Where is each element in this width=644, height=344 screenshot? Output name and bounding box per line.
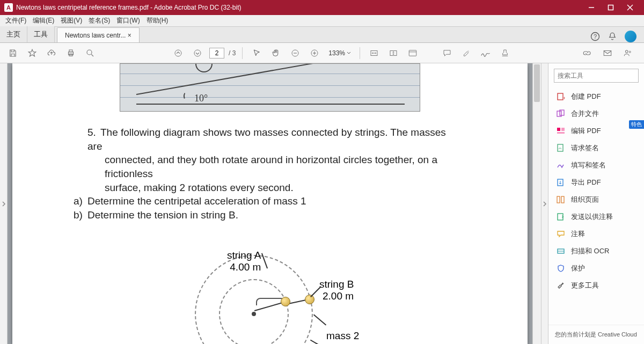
tools-panel: 特色 +创建 PDF 合并文件 编辑 PDF 请求签名 填写和签名 导出 PDF… xyxy=(548,63,644,344)
organize-icon xyxy=(556,195,566,204)
export-pdf-icon xyxy=(556,178,566,187)
angle-label: 10° xyxy=(194,93,208,104)
zoom-out-icon[interactable] xyxy=(288,46,303,61)
cloud-upload-icon[interactable] xyxy=(44,46,59,61)
minimize-button[interactable] xyxy=(582,0,601,15)
svg-text:+: + xyxy=(563,96,565,101)
menu-bar: 文件(F) 编辑(E) 视图(V) 签名(S) 窗口(W) 帮助(H) xyxy=(0,15,644,27)
select-tool-icon[interactable] xyxy=(249,46,264,61)
maximize-button[interactable] xyxy=(601,0,620,15)
find-icon[interactable] xyxy=(83,46,98,61)
save-icon[interactable] xyxy=(5,46,20,61)
plan-footer: 您的当前计划是 Creative Cloud xyxy=(548,325,644,344)
svg-point-23 xyxy=(626,50,628,53)
svg-rect-29 xyxy=(557,128,560,131)
combine-icon xyxy=(556,109,566,119)
search-tools-input[interactable] xyxy=(554,69,639,83)
page-number-input[interactable] xyxy=(209,48,224,58)
document-tab[interactable]: Newtons laws centr... × xyxy=(57,27,140,42)
page-up-icon[interactable] xyxy=(171,46,186,61)
svg-point-12 xyxy=(194,50,201,56)
menu-file[interactable]: 文件(F) xyxy=(2,16,30,25)
stamp-icon[interactable] xyxy=(497,46,513,61)
svg-rect-30 xyxy=(561,128,565,131)
acrobat-app-icon: A xyxy=(4,3,13,12)
svg-line-10 xyxy=(91,54,93,56)
fill-sign-icon xyxy=(556,160,566,170)
fit-width-icon[interactable] xyxy=(367,46,382,61)
svg-rect-22 xyxy=(604,50,611,55)
circular-motion-diagram: string A 4.00 m string B 2.00 m mass 2 m… xyxy=(179,228,372,344)
window-title: Newtons laws centripetal reference frame… xyxy=(16,4,582,11)
nav-home[interactable]: 主页 xyxy=(0,26,27,42)
tool-comment[interactable]: 注释 xyxy=(548,225,644,243)
svg-rect-25 xyxy=(558,93,563,100)
svg-point-11 xyxy=(175,50,181,56)
star-icon[interactable] xyxy=(25,46,40,61)
svg-rect-36 xyxy=(558,214,563,220)
page-down-icon[interactable] xyxy=(190,46,205,61)
tool-organize[interactable]: 组织页面 xyxy=(548,191,644,208)
label-string-a: string A 4.00 m xyxy=(227,250,261,273)
page-total: / 3 xyxy=(229,49,236,57)
tool-export-pdf[interactable]: 导出 PDF xyxy=(548,174,644,191)
sign-pen-icon[interactable] xyxy=(478,46,493,61)
tool-send-comment[interactable]: 发送以供注释 xyxy=(548,208,644,225)
svg-rect-1 xyxy=(609,5,613,10)
svg-rect-20 xyxy=(409,50,416,56)
print-icon[interactable] xyxy=(63,46,78,61)
tool-fill-sign[interactable]: 填写和签名 xyxy=(548,157,644,174)
main-area: 10° 5.The following diagram shows two ma… xyxy=(0,63,644,344)
edit-pdf-icon xyxy=(556,126,566,136)
tool-protect[interactable]: 保护 xyxy=(548,260,644,277)
fit-page-icon[interactable] xyxy=(386,46,401,61)
tool-request-sign[interactable]: 请求签名 xyxy=(548,140,644,157)
q5-number: 5. xyxy=(87,126,100,140)
user-avatar[interactable] xyxy=(625,31,636,42)
menu-window[interactable]: 窗口(W) xyxy=(113,16,143,25)
svg-point-24 xyxy=(629,51,631,53)
title-bar: A Newtons laws centripetal reference fra… xyxy=(0,0,644,15)
menu-sign[interactable]: 签名(S) xyxy=(85,16,113,25)
vertical-scrollbar[interactable] xyxy=(532,63,541,344)
read-mode-icon[interactable] xyxy=(405,46,420,61)
nav-tools[interactable]: 工具 xyxy=(27,26,55,42)
tool-more[interactable]: 更多工具 xyxy=(548,277,644,294)
menu-view[interactable]: 视图(V) xyxy=(57,16,85,25)
people-icon[interactable] xyxy=(620,46,635,61)
tabs-bar: 主页 工具 Newtons laws centr... × ? xyxy=(0,27,644,43)
label-mass-2: mass 2 xyxy=(326,330,359,342)
create-pdf-icon: + xyxy=(556,92,566,101)
document-pane[interactable]: 10° 5.The following diagram shows two ma… xyxy=(8,63,532,344)
menu-edit[interactable]: 编辑(E) xyxy=(30,16,57,25)
comment-icon xyxy=(556,229,566,239)
tab-label: Newtons laws centr... × xyxy=(65,32,131,39)
highlight-icon[interactable] xyxy=(459,46,474,61)
tool-create-pdf[interactable]: +创建 PDF xyxy=(548,88,644,105)
add-comment-icon[interactable] xyxy=(440,46,455,61)
email-icon[interactable] xyxy=(600,46,615,61)
svg-rect-7 xyxy=(69,50,72,52)
hand-tool-icon[interactable] xyxy=(268,46,283,61)
send-comment-icon xyxy=(556,212,566,222)
bell-icon[interactable] xyxy=(608,32,617,41)
link-icon[interactable] xyxy=(580,46,595,61)
pdf-page: 10° 5.The following diagram shows two ma… xyxy=(12,63,528,344)
zoom-dropdown[interactable]: 133% xyxy=(326,49,353,57)
left-panel-toggle[interactable] xyxy=(0,63,8,344)
wrench-icon xyxy=(556,281,566,290)
scan-ocr-icon xyxy=(556,246,566,256)
request-sign-icon xyxy=(556,143,566,153)
feature-badge: 特色 xyxy=(629,120,644,129)
help-icon[interactable]: ? xyxy=(590,32,600,41)
scroll-thumb[interactable] xyxy=(534,64,540,102)
svg-text:?: ? xyxy=(594,33,597,40)
svg-rect-34 xyxy=(557,196,560,203)
close-button[interactable] xyxy=(620,0,640,15)
menu-help[interactable]: 帮助(H) xyxy=(143,16,172,25)
right-panel-toggle[interactable] xyxy=(541,63,548,344)
problem-5: 5.The following diagram shows two masses… xyxy=(87,126,463,222)
tool-scan-ocr[interactable]: 扫描和 OCR xyxy=(548,243,644,260)
zoom-in-icon[interactable] xyxy=(307,46,322,61)
svg-rect-31 xyxy=(557,132,565,134)
